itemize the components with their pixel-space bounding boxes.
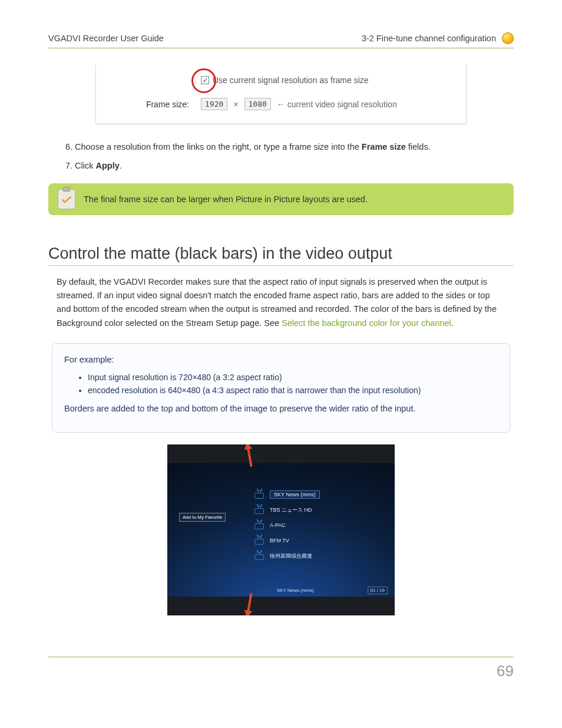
frame-width-input[interactable]: 1920	[201, 98, 227, 110]
page-footer: 69	[48, 657, 514, 680]
section-title: Control the matte (black bars) in the vi…	[48, 245, 514, 266]
channel-row[interactable]: 徐州新闻综合频道	[254, 552, 386, 560]
page-header: VGADVI Recorder User Guide 3-2 Fine-tune…	[48, 32, 514, 48]
example-bullets: Input signal resolution is 720×480 (a 3:…	[64, 373, 498, 395]
step-list: Choose a resolution from the links on th…	[48, 140, 514, 173]
channel-row[interactable]: A-PAC	[254, 521, 386, 529]
times-symbol: ×	[233, 100, 238, 109]
header-left: VGADVI Recorder User Guide	[48, 34, 164, 43]
tv-page-indicator: 01 / 19	[368, 587, 388, 594]
page-number: 69	[497, 662, 514, 680]
tv-icon	[254, 490, 264, 499]
frame-size-figure: ✓ Use current signal resolution as frame…	[95, 65, 467, 124]
tip-text: The final frame size can be larger when …	[84, 195, 368, 204]
background-color-link[interactable]: Select the background color for your cha…	[282, 318, 451, 328]
channel-label: 徐州新闻综合频道	[270, 552, 312, 560]
clipboard-check-icon	[58, 189, 75, 209]
tv-icon	[254, 536, 264, 545]
header-right: 3-2 Fine-tune channel configuration	[362, 32, 514, 44]
tv-screen-area: Add to My Favorite SKY News (mms) TBS ニュ…	[167, 463, 395, 597]
use-signal-resolution-row: ✓ Use current signal resolution as frame…	[113, 75, 449, 85]
example-bullet-1: Input signal resolution is 720×480 (a 3:…	[88, 373, 498, 382]
step-6: Choose a resolution from the links on th…	[75, 140, 514, 153]
tv-channel-figure: Add to My Favorite SKY News (mms) TBS ニュ…	[167, 444, 395, 615]
tip-callout: The final frame size can be larger when …	[48, 183, 514, 215]
tv-icon	[254, 521, 264, 529]
section-paragraph: By default, the VGADVI Recorder makes su…	[57, 275, 505, 330]
matte-bar-top	[167, 444, 395, 463]
add-to-favorite-button[interactable]: Add to My Favorite	[179, 513, 226, 522]
channel-label: A-PAC	[270, 522, 286, 528]
step7-bold: Apply	[95, 161, 119, 170]
channel-label: TBS ニュース HD	[270, 506, 312, 514]
use-signal-resolution-label: Use current signal resolution as frame s…	[213, 75, 369, 85]
channel-row[interactable]: SKY News (mms)	[254, 490, 386, 499]
header-section-label: 3-2 Fine-tune channel configuration	[362, 34, 496, 43]
example-tail: Borders are added to the top and bottom …	[64, 402, 498, 416]
channel-list: SKY News (mms) TBS ニュース HD A-PAC BFM TV …	[254, 490, 386, 560]
use-signal-resolution-checkbox[interactable]: ✓	[201, 76, 209, 84]
step-7: Click Apply.	[75, 159, 514, 172]
channel-label: BFM TV	[270, 538, 289, 543]
channel-row[interactable]: BFM TV	[254, 536, 386, 545]
example-callout: For example: Input signal resolution is …	[52, 343, 510, 433]
tv-icon	[254, 552, 264, 560]
channel-label: SKY News (mms)	[270, 490, 320, 499]
example-lead: For example:	[64, 353, 498, 367]
frame-size-label: Frame size:	[136, 100, 195, 109]
step6-bold: Frame size	[362, 142, 406, 151]
matte-bar-bottom	[167, 597, 395, 615]
channel-row[interactable]: TBS ニュース HD	[254, 506, 386, 514]
brand-logo-icon	[502, 32, 514, 44]
frame-size-row: Frame size: 1920 × 1080 ← current video …	[113, 98, 449, 110]
example-bullet-2: encoded resolution is 640×480 (a 4:3 asp…	[88, 386, 498, 395]
resolution-hint: ← current video signal resolution	[277, 100, 397, 109]
tv-icon	[254, 506, 264, 514]
tv-status-text: SKY News (mms)	[277, 588, 314, 593]
frame-height-input[interactable]: 1080	[244, 98, 271, 110]
